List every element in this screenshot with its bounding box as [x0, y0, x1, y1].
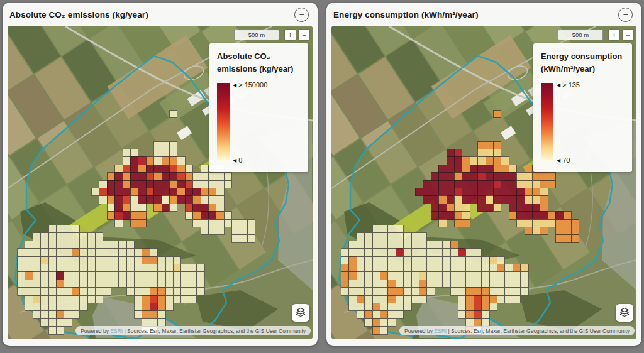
grid-cell[interactable]: [426, 241, 435, 249]
grid-cell[interactable]: [134, 248, 142, 256]
grid-cell[interactable]: [138, 156, 146, 165]
grid-cell[interactable]: [48, 264, 57, 272]
grid-cell[interactable]: [516, 172, 525, 180]
grid-cell[interactable]: [185, 195, 193, 204]
grid-cell[interactable]: [142, 256, 150, 264]
grid-cell[interactable]: [208, 204, 216, 212]
grid-cell[interactable]: [426, 271, 435, 280]
grid-cell[interactable]: [525, 180, 533, 188]
grid-cell[interactable]: [48, 271, 57, 280]
grid-cell[interactable]: [387, 295, 396, 303]
grid-cell[interactable]: [403, 280, 411, 288]
grid-cell[interactable]: [438, 219, 447, 227]
grid-cell[interactable]: [489, 287, 497, 295]
grid-cell[interactable]: [64, 280, 72, 288]
grid-cell[interactable]: [165, 264, 174, 272]
grid-cell[interactable]: [130, 156, 138, 165]
grid-cell[interactable]: [423, 195, 431, 204]
grid-cell[interactable]: [87, 295, 96, 303]
grid-cell[interactable]: [107, 180, 115, 188]
grid-cell[interactable]: [426, 248, 435, 256]
grid-cell[interactable]: [447, 188, 455, 196]
grid-cell[interactable]: [454, 165, 462, 173]
grid-cell[interactable]: [95, 256, 103, 264]
grid-cell[interactable]: [56, 280, 64, 288]
grid-cell[interactable]: [185, 180, 193, 188]
grid-cell[interactable]: [33, 256, 41, 264]
grid-cell[interactable]: [509, 195, 517, 204]
grid-cell[interactable]: [411, 295, 419, 303]
grid-cell[interactable]: [501, 195, 509, 204]
grid-cell[interactable]: [95, 280, 103, 288]
grid-cell[interactable]: [403, 241, 411, 249]
grid-cell[interactable]: [357, 271, 365, 280]
grid-cell[interactable]: [470, 172, 478, 180]
grid-cell[interactable]: [520, 271, 528, 280]
grid-cell[interactable]: [387, 256, 396, 264]
grid-cell[interactable]: [415, 188, 423, 196]
grid-cell[interactable]: [224, 172, 232, 180]
grid-cell[interactable]: [114, 195, 123, 204]
grid-cell[interactable]: [474, 303, 482, 311]
grid-cell[interactable]: [504, 295, 513, 303]
grid-cell[interactable]: [438, 195, 447, 204]
grid-cell[interactable]: [165, 271, 174, 280]
grid-cell[interactable]: [56, 310, 64, 318]
grid-cell[interactable]: [540, 195, 548, 204]
grid-cell[interactable]: [465, 280, 474, 288]
grid-cell[interactable]: [489, 295, 497, 303]
grid-cell[interactable]: [33, 310, 41, 318]
grid-cell[interactable]: [555, 219, 564, 227]
grid-cell[interactable]: [540, 211, 548, 219]
grid-cell[interactable]: [348, 241, 357, 249]
grid-cell[interactable]: [99, 180, 107, 188]
grid-cell[interactable]: [40, 295, 48, 303]
grid-cell[interactable]: [548, 219, 556, 227]
grid-cell[interactable]: [64, 225, 72, 233]
grid-cell[interactable]: [477, 141, 486, 149]
grid-cell[interactable]: [357, 264, 365, 272]
grid-cell[interactable]: [525, 165, 533, 173]
grid-cell[interactable]: [150, 295, 158, 303]
grid-cell[interactable]: [134, 256, 142, 264]
grid-cell[interactable]: [509, 172, 517, 180]
grid-cell[interactable]: [489, 303, 497, 311]
grid-cell[interactable]: [87, 256, 96, 264]
grid-cell[interactable]: [56, 318, 64, 327]
grid-cell[interactable]: [64, 318, 72, 327]
grid-cell[interactable]: [157, 256, 165, 264]
grid-cell[interactable]: [162, 204, 170, 212]
esri-link[interactable]: ESRI: [110, 328, 123, 334]
grid-cell[interactable]: [341, 280, 349, 288]
grid-cell[interactable]: [458, 248, 466, 256]
grid-cell[interactable]: [169, 156, 177, 165]
grid-cell[interactable]: [126, 248, 135, 256]
grid-cell[interactable]: [380, 241, 388, 249]
grid-cell[interactable]: [477, 165, 486, 173]
grid-cell[interactable]: [72, 232, 80, 241]
grid-cell[interactable]: [173, 295, 181, 303]
grid-cell[interactable]: [458, 256, 466, 264]
grid-cell[interactable]: [509, 211, 517, 219]
grid-cell[interactable]: [431, 172, 439, 180]
grid-cell[interactable]: [372, 225, 380, 233]
grid-cell[interactable]: [419, 248, 427, 256]
grid-cell[interactable]: [79, 248, 87, 256]
grid-cell[interactable]: [130, 204, 138, 212]
grid-cell[interactable]: [423, 180, 431, 188]
grid-cell[interactable]: [40, 310, 48, 318]
grid-cell[interactable]: [525, 172, 533, 180]
grid-cell[interactable]: [130, 180, 138, 188]
grid-cell[interactable]: [72, 303, 80, 311]
grid-cell[interactable]: [150, 310, 158, 318]
grid-cell[interactable]: [396, 280, 404, 288]
grid-cell[interactable]: [486, 156, 494, 165]
grid-cell[interactable]: [396, 264, 404, 272]
grid-cell[interactable]: [504, 271, 513, 280]
grid-cell[interactable]: [56, 264, 64, 272]
grid-cell[interactable]: [348, 271, 357, 280]
grid-cell[interactable]: [481, 287, 489, 295]
grid-cell[interactable]: [486, 188, 494, 196]
grid-cell[interactable]: [396, 295, 404, 303]
grid-cell[interactable]: [470, 180, 478, 188]
